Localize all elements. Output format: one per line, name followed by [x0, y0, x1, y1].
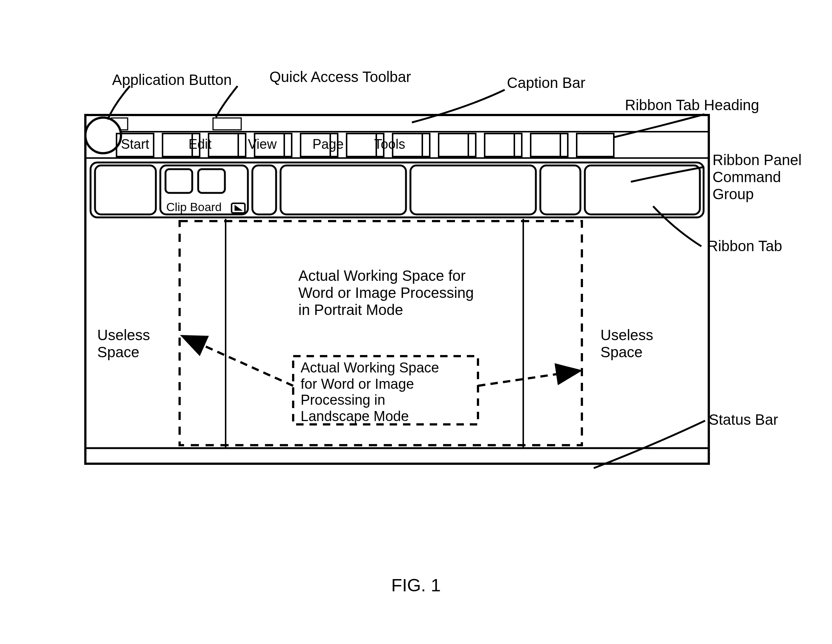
label-caption-bar: Caption Bar [507, 74, 585, 91]
svg-rect-30 [280, 165, 406, 214]
svg-rect-20 [468, 134, 476, 157]
panel-label-clipboard: Clip Board [166, 200, 222, 214]
svg-rect-19 [438, 134, 476, 157]
label-useless-space-right: Useless Space [600, 326, 653, 361]
svg-rect-11 [238, 134, 246, 157]
label-ribbon-tab-heading: Ribbon Tab Heading [625, 96, 759, 113]
tab-edit: Edit [189, 136, 211, 152]
svg-rect-35 [198, 169, 225, 193]
svg-rect-18 [422, 134, 430, 157]
tab-start: Start [121, 136, 149, 152]
svg-rect-34 [165, 169, 192, 193]
label-application-button: Application Button [112, 71, 232, 88]
label-useless-space-left: Useless Space [97, 326, 150, 361]
label-quick-access-toolbar: Quick Access Toolbar [269, 68, 411, 85]
tab-page: Page [312, 136, 344, 152]
svg-rect-3 [213, 118, 241, 130]
svg-rect-32 [540, 165, 581, 214]
svg-rect-25 [577, 134, 614, 157]
svg-rect-29 [252, 165, 276, 214]
label-ribbon-panel-command-group: Ribbon Panel Command Group [712, 151, 802, 203]
figure-caption: FIG. 1 [0, 575, 832, 595]
label-workspace-landscape: Actual Working Space for Word or Image P… [301, 360, 439, 425]
label-workspace-portrait: Actual Working Space for Word or Image P… [298, 267, 474, 318]
tab-view: View [248, 136, 277, 152]
svg-rect-22 [514, 134, 522, 157]
svg-rect-21 [485, 134, 522, 157]
svg-rect-13 [284, 134, 292, 157]
svg-rect-24 [560, 134, 568, 157]
label-status-bar: Status Bar [709, 411, 778, 428]
label-ribbon-tab: Ribbon Tab [707, 237, 782, 254]
svg-rect-33 [585, 165, 700, 214]
svg-rect-8 [208, 134, 246, 157]
svg-rect-27 [95, 165, 156, 214]
svg-rect-31 [410, 165, 536, 214]
svg-point-4 [85, 118, 121, 153]
tab-tools: Tools [374, 136, 405, 152]
svg-rect-23 [531, 134, 568, 157]
